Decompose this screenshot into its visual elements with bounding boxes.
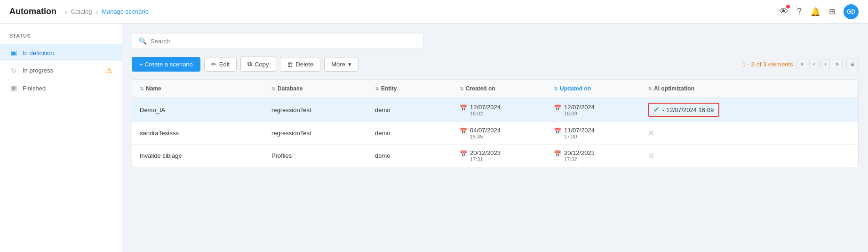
table-row[interactable]: Invalide ciblage Profiles demo 📅 20/12/2… bbox=[132, 145, 858, 167]
header-actions: 👁 ? 🔔 ⊞ GD bbox=[779, 4, 859, 19]
th-sort-db-icon: ⇅ bbox=[271, 86, 275, 91]
updated-date-2: 11/07/2024 bbox=[564, 127, 595, 134]
help-icon[interactable]: ? bbox=[797, 7, 802, 16]
pagination-info: 1 - 3 of 3 elements bbox=[742, 61, 793, 68]
ai-disabled-icon-3: ✕ bbox=[648, 151, 655, 161]
created-date-3: 20/12/2023 bbox=[470, 149, 501, 156]
th-database: ⇅ Database bbox=[271, 85, 375, 92]
breadcrumb-current: Manage scenario bbox=[102, 8, 149, 15]
th-entity: ⇅ Entity bbox=[375, 85, 460, 92]
sidebar-label-in-progress: In progress bbox=[23, 67, 53, 74]
copy-button[interactable]: ⧉ Copy bbox=[240, 57, 276, 72]
th-sort-name-icon: ⇅ bbox=[140, 86, 143, 91]
calendar-icon-created-1: 📅 bbox=[460, 105, 467, 112]
main-layout: STATUS ▣ In definition ↻ In progress ⚠ ▣… bbox=[0, 24, 868, 252]
cell-created-1: 📅 12/07/2024 16:02 bbox=[460, 104, 554, 116]
main-content: 🔍 + Create a scenario ✏ Edit ⧉ Copy 🗑 De… bbox=[122, 24, 868, 252]
cell-entity-2: demo bbox=[375, 130, 460, 137]
create-scenario-button[interactable]: + Create a scenario bbox=[132, 57, 200, 72]
chevron-down-icon: ▾ bbox=[348, 61, 351, 68]
ai-check-icon: ✔ bbox=[653, 106, 660, 114]
table-header: ⇅ Name ⇅ Database ⇅ Entity ⇅ Created on … bbox=[132, 80, 858, 98]
cell-database-3: Profiles bbox=[271, 152, 375, 159]
user-avatar[interactable]: GD bbox=[844, 4, 859, 19]
list-view-button[interactable]: ≡ bbox=[846, 58, 859, 70]
updated-time-2: 17:00 bbox=[564, 134, 595, 139]
bell-icon[interactable]: 🔔 bbox=[810, 7, 820, 17]
notification-badge bbox=[786, 5, 790, 8]
cell-entity-3: demo bbox=[375, 152, 460, 159]
cell-entity-1: demo bbox=[375, 106, 460, 114]
data-table: ⇅ Name ⇅ Database ⇅ Entity ⇅ Created on … bbox=[132, 79, 859, 167]
calendar-icon-created-2: 📅 bbox=[460, 128, 467, 135]
more-button[interactable]: More ▾ bbox=[324, 57, 358, 72]
sidebar-section-title: STATUS bbox=[0, 33, 122, 44]
th-ai-optimization: ⇅ AI optimization bbox=[648, 85, 770, 92]
sidebar-item-in-definition[interactable]: ▣ In definition bbox=[0, 44, 122, 61]
cell-updated-3: 📅 20/12/2023 17:32 bbox=[554, 149, 648, 162]
progress-icon: ↻ bbox=[9, 67, 18, 74]
cell-database-1: regressionTest bbox=[271, 106, 375, 114]
updated-date-1: 12/07/2024 bbox=[564, 104, 595, 111]
pagination-controls: « ‹ › » bbox=[796, 59, 842, 69]
pagination-last[interactable]: » bbox=[832, 59, 843, 69]
edit-button[interactable]: ✏ Edit bbox=[204, 57, 237, 72]
cell-database-2: regressionTest bbox=[271, 130, 375, 137]
grid-icon[interactable]: ⊞ bbox=[829, 7, 835, 16]
created-time-1: 16:02 bbox=[470, 111, 501, 116]
pagination-prev[interactable]: ‹ bbox=[809, 59, 819, 69]
table-row[interactable]: sandraTestsss regressionTest demo 📅 04/0… bbox=[132, 122, 858, 145]
delete-button[interactable]: 🗑 Delete bbox=[280, 57, 321, 72]
created-date-2: 04/07/2024 bbox=[470, 127, 501, 134]
cell-name-3: Invalide ciblage bbox=[140, 152, 271, 159]
notification-icon-wrapper[interactable]: 👁 bbox=[779, 6, 788, 17]
ai-opt-text-1: - 12/07/2024 16:09 bbox=[662, 106, 714, 114]
calendar-icon-updated-1: 📅 bbox=[554, 105, 561, 112]
sidebar-label-in-definition: In definition bbox=[23, 49, 54, 57]
edit-icon: ✏ bbox=[211, 61, 216, 68]
toolbar: + Create a scenario ✏ Edit ⧉ Copy 🗑 Dele… bbox=[132, 57, 859, 72]
definition-icon: ▣ bbox=[9, 49, 18, 57]
table-row[interactable]: Demo_IA regressionTest demo 📅 12/07/2024… bbox=[132, 98, 858, 122]
updated-time-1: 16:09 bbox=[564, 111, 595, 116]
breadcrumb-sep1: › bbox=[65, 8, 67, 16]
pagination-first[interactable]: « bbox=[796, 59, 807, 69]
pagination-next[interactable]: › bbox=[820, 59, 830, 69]
delete-icon: 🗑 bbox=[287, 61, 293, 68]
breadcrumb-catalog[interactable]: Catalog bbox=[71, 8, 92, 15]
ai-disabled-icon-2: ✕ bbox=[648, 128, 655, 138]
finished-icon: ▣ bbox=[9, 84, 18, 92]
copy-icon: ⧉ bbox=[247, 60, 252, 68]
cell-updated-2: 📅 11/07/2024 17:00 bbox=[554, 127, 648, 139]
search-icon: 🔍 bbox=[139, 37, 147, 45]
calendar-icon-created-3: 📅 bbox=[460, 150, 467, 157]
sidebar: STATUS ▣ In definition ↻ In progress ⚠ ▣… bbox=[0, 24, 122, 252]
cell-created-2: 📅 04/07/2024 15:35 bbox=[460, 127, 554, 139]
cell-name-2: sandraTestsss bbox=[140, 130, 271, 137]
sidebar-label-finished: Finished bbox=[23, 85, 46, 92]
list-view-icon: ≡ bbox=[851, 60, 854, 68]
search-container: 🔍 bbox=[132, 33, 423, 49]
breadcrumb-sep2: › bbox=[96, 8, 98, 16]
app-title: Automation bbox=[9, 7, 56, 16]
header: Automation › Catalog › Manage scenario 👁… bbox=[0, 0, 868, 24]
th-created-on: ⇅ Created on bbox=[460, 85, 554, 92]
calendar-icon-updated-2: 📅 bbox=[554, 128, 561, 135]
created-time-3: 17:31 bbox=[470, 156, 501, 162]
updated-date-3: 20/12/2023 bbox=[564, 149, 595, 156]
search-input[interactable] bbox=[151, 38, 416, 45]
th-sort-updated-icon: ⇅ bbox=[554, 86, 557, 91]
th-sort-ai-icon: ⇅ bbox=[648, 86, 652, 91]
cell-ai-1: ✔ - 12/07/2024 16:09 bbox=[648, 103, 770, 117]
cell-ai-3: ✕ bbox=[648, 151, 770, 161]
th-sort-created-icon: ⇅ bbox=[460, 86, 463, 91]
created-time-2: 15:35 bbox=[470, 134, 501, 139]
sidebar-item-finished[interactable]: ▣ Finished bbox=[0, 80, 122, 97]
th-name: ⇅ Name bbox=[140, 85, 271, 92]
updated-time-3: 17:32 bbox=[564, 156, 595, 162]
alert-icon: ⚠ bbox=[106, 66, 112, 75]
sidebar-item-in-progress[interactable]: ↻ In progress ⚠ bbox=[0, 61, 122, 80]
cell-updated-1: 📅 12/07/2024 16:09 bbox=[554, 104, 648, 116]
cell-name-1: Demo_IA bbox=[140, 106, 271, 114]
created-date-1: 12/07/2024 bbox=[470, 104, 501, 111]
